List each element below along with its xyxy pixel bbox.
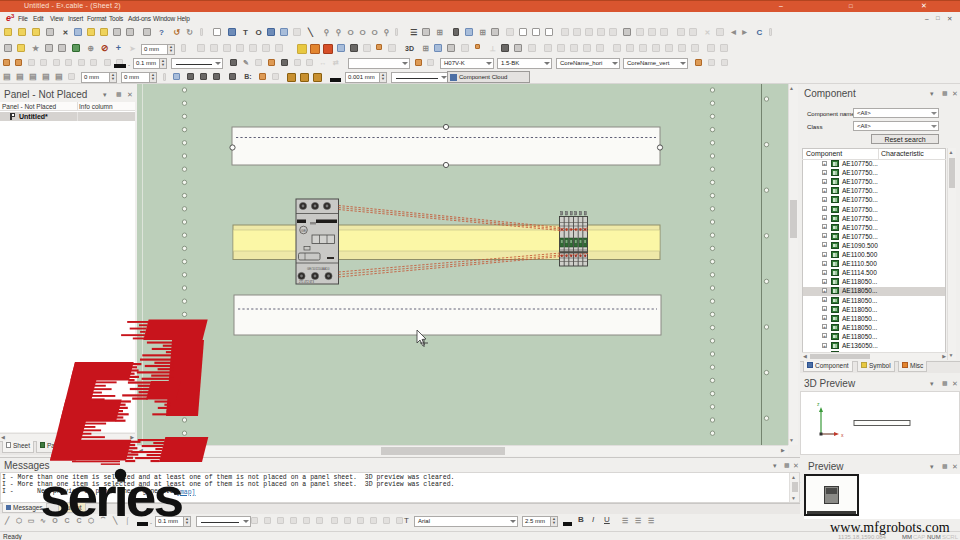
svg-text:GE/101150AA10: GE/101150AA10 xyxy=(307,267,330,271)
svg-text:z: z xyxy=(817,401,820,407)
svg-text:2T1 4T2 6T3: 2T1 4T2 6T3 xyxy=(299,280,314,284)
svg-text:GE: GE xyxy=(301,229,307,233)
svg-text:x: x xyxy=(841,432,844,438)
